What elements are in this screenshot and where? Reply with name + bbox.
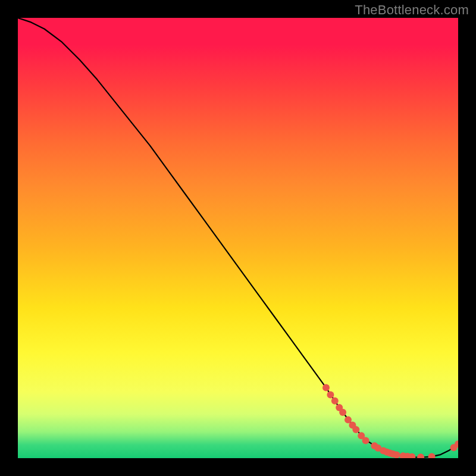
curve-marker bbox=[327, 391, 334, 398]
watermark-text: TheBottleneck.com bbox=[355, 2, 469, 18]
curve-marker bbox=[352, 426, 359, 433]
curve-layer bbox=[18, 18, 458, 458]
curve-marker bbox=[362, 437, 369, 444]
curve-marker bbox=[417, 453, 424, 458]
bottleneck-curve bbox=[18, 18, 458, 458]
chart-stage: TheBottleneck.com bbox=[0, 0, 476, 476]
curve-marker bbox=[331, 397, 339, 405]
curve-marker bbox=[428, 453, 436, 458]
plot-area bbox=[18, 18, 458, 458]
curve-marker bbox=[339, 409, 346, 416]
curve-markers bbox=[322, 384, 458, 458]
curve-marker bbox=[322, 384, 330, 392]
curve-marker bbox=[393, 451, 400, 458]
